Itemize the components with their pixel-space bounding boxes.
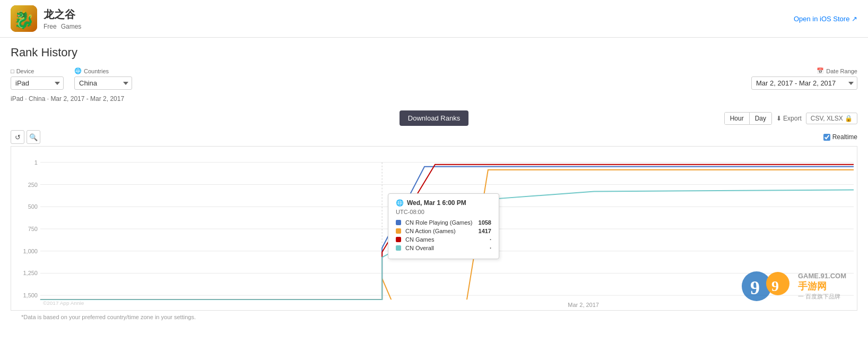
tooltip-color-1 [396, 220, 401, 225]
svg-text:1,000: 1,000 [23, 248, 37, 254]
tooltip-color-3 [396, 237, 401, 242]
chart-tooltip: 🌐 Wed, Mar 1 6:00 PM UTC-08:00 CN Role P… [388, 193, 499, 259]
download-icon: ⬇ [776, 115, 782, 122]
page-content: Rank History □ Device iPad iPhone 🌐 Coun… [0, 38, 868, 331]
watermark-domain: GAME.91.COM [798, 272, 846, 280]
globe-icon: 🌐 [74, 67, 82, 74]
realtime-checkbox-group: Realtime [823, 133, 857, 141]
day-button[interactable]: Day [750, 113, 771, 124]
hour-day-buttons: Hour Day [724, 112, 772, 125]
app-info: 龙之谷 Free Games [44, 7, 81, 30]
zoom-buttons: ↺ 🔍 [11, 130, 40, 144]
app-name: 龙之谷 [44, 7, 81, 22]
tooltip-header: 🌐 Wed, Mar 1 6:00 PM [396, 199, 491, 207]
export-format-label: CSV, XLSX 🔒 [811, 115, 853, 122]
tooltip-value-4: · [490, 245, 491, 251]
device-select[interactable]: iPad iPhone [11, 76, 64, 90]
page-title: Rank History [11, 46, 857, 59]
tooltip-row-2: CN Action (Games) 1417 [396, 228, 491, 234]
date-range-group: 📅 Date Range Mar 2, 2017 - Mar 2, 2017 [751, 67, 857, 90]
app-tags: Free Games [44, 23, 81, 30]
realtime-checkbox[interactable] [823, 134, 830, 141]
globe-icon-tooltip: 🌐 [396, 199, 404, 207]
app-tag-free: Free [44, 23, 57, 30]
tooltip-color-4 [396, 245, 401, 251]
country-label: 🌐 Countries [74, 67, 132, 74]
svg-text:Mar 2, 2017: Mar 2, 2017 [568, 302, 599, 308]
footer-note: *Data is based on your preferred country… [21, 314, 196, 320]
tooltip-label-1: CN Role Playing (Games) [405, 219, 474, 226]
zoom-in-button[interactable]: 🔍 [27, 130, 40, 144]
svg-text:500: 500 [28, 203, 38, 210]
tooltip-value-3: · [490, 236, 491, 243]
zoom-reset-button[interactable]: ↺ [11, 130, 24, 144]
watermark-baidu: 一 百度旗下品牌 [798, 293, 846, 301]
tooltip-label-2: CN Action (Games) [405, 228, 474, 234]
tooltip-value-2: 1417 [479, 228, 491, 234]
date-range-label: 📅 Date Range [817, 67, 857, 74]
svg-text:1,500: 1,500 [23, 292, 37, 298]
filters-row: □ Device iPad iPhone 🌐 Countries China U… [11, 67, 857, 90]
watermark-cn-text: 手游网 [798, 280, 846, 293]
tooltip-subheader: UTC-08:00 [396, 209, 491, 215]
watermark: 9 9 GAME.91.COM 手游网 一 百度旗下品牌 [741, 268, 846, 305]
tooltip-value-1: 1058 [479, 219, 491, 226]
tooltip-label-4: CN Overall [405, 245, 485, 251]
tooltip-row-1: CN Role Playing (Games) 1058 [396, 219, 491, 226]
chart-container: 1 250 500 750 1,000 1,250 1,500 [11, 146, 857, 311]
country-filter-group: 🌐 Countries China United States [74, 67, 132, 90]
app-header: 🐉 龙之谷 Free Games Open in iOS Store ↗ [0, 0, 868, 38]
realtime-label: Realtime [832, 133, 857, 141]
svg-text:🐉: 🐉 [13, 10, 34, 30]
svg-text:750: 750 [28, 226, 38, 232]
svg-text:1: 1 [34, 159, 38, 166]
tooltip-row-4: CN Overall · [396, 245, 491, 251]
tooltip-color-2 [396, 228, 401, 234]
tooltip-label-3: CN Games [405, 236, 485, 243]
hour-button[interactable]: Hour [725, 113, 750, 124]
svg-text:250: 250 [28, 182, 38, 188]
svg-text:1,250: 1,250 [23, 270, 37, 276]
watermark-logo: 9 9 [741, 268, 794, 305]
toolbar-right: Hour Day ⬇ Export CSV, XLSX 🔒 [724, 112, 857, 125]
watermark-text-block: GAME.91.COM 手游网 一 百度旗下品牌 [798, 272, 846, 301]
calendar-icon: 📅 [817, 67, 824, 74]
svg-text:©2017 App Annie: ©2017 App Annie [43, 300, 84, 306]
svg-text:9: 9 [750, 277, 760, 298]
chart-secondary-toolbar: ↺ 🔍 Realtime [11, 130, 857, 144]
device-icon: □ [11, 68, 14, 74]
export-format-button[interactable]: CSV, XLSX 🔒 [806, 113, 857, 124]
tooltip-row-3: CN Games · [396, 236, 491, 243]
chart-toolbar: Download Ranks Hour Day ⬇ Export CSV, XL… [11, 110, 857, 126]
country-select[interactable]: China United States [74, 76, 132, 90]
device-label: □ Device [11, 68, 64, 74]
ios-store-link[interactable]: Open in iOS Store ↗ [794, 15, 857, 23]
app-icon: 🐉 [11, 5, 37, 32]
svg-text:9: 9 [771, 278, 779, 294]
page-footer: *Data is based on your preferred country… [11, 311, 857, 323]
filter-summary: iPad · China · Mar 2, 2017 - Mar 2, 2017 [11, 95, 857, 102]
app-tag-games: Games [61, 23, 82, 30]
device-filter-group: □ Device iPad iPhone [11, 68, 64, 90]
export-button[interactable]: ⬇ Export [776, 115, 802, 122]
download-ranks-button[interactable]: Download Ranks [400, 110, 468, 126]
date-range-select[interactable]: Mar 2, 2017 - Mar 2, 2017 [751, 76, 857, 90]
